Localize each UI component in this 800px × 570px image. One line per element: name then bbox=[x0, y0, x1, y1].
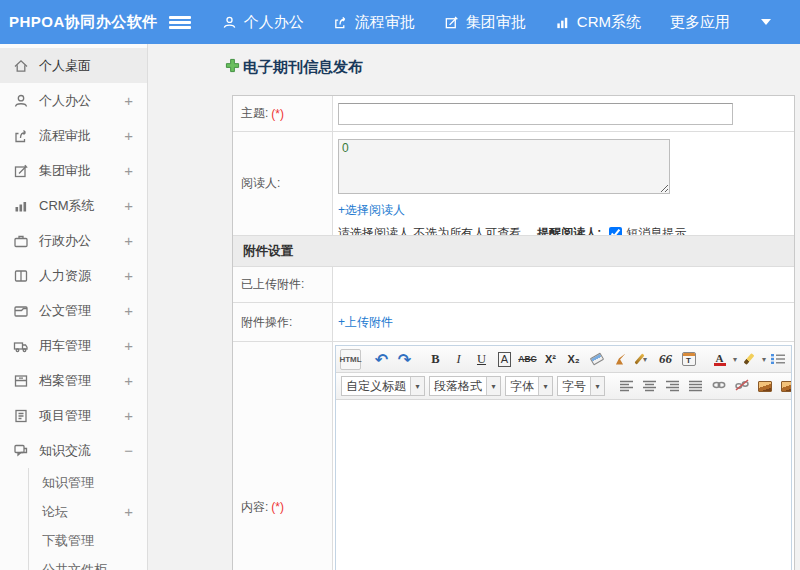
sidebar-subitem-download-management[interactable]: 下载管理 bbox=[29, 526, 147, 555]
collapse-toggle[interactable]: − bbox=[120, 442, 137, 459]
insert-date-button[interactable]: T bbox=[678, 349, 699, 370]
more-apps-dropdown[interactable] bbox=[759, 19, 771, 25]
superscript-button[interactable]: X² bbox=[540, 349, 561, 370]
expand-toggle[interactable]: + bbox=[120, 162, 137, 179]
select-readers-link[interactable]: +选择阅读人 bbox=[338, 202, 405, 219]
chat-icon bbox=[13, 443, 30, 459]
font-color-button[interactable]: A bbox=[709, 349, 730, 370]
strikethrough-button[interactable]: ABC bbox=[517, 349, 538, 370]
sidebar-item-human-resources[interactable]: 人力资源 + bbox=[0, 258, 147, 293]
insert-link-button[interactable] bbox=[708, 376, 729, 397]
align-left-icon bbox=[620, 380, 633, 392]
dropdown-caret-icon: ▾ bbox=[486, 377, 500, 395]
sidebar-subitem-public-file-cabinet[interactable]: 公共文件柜 bbox=[29, 555, 147, 570]
dropdown-caret-icon: ▾ bbox=[733, 355, 737, 364]
uploaded-attachments-label: 已上传附件: bbox=[241, 276, 304, 293]
expand-toggle[interactable]: + bbox=[120, 127, 137, 144]
book-icon bbox=[13, 268, 30, 284]
sidebar-item-knowledge-exchange[interactable]: 知识交流 − bbox=[0, 433, 147, 468]
sidebar-item-vehicle-management[interactable]: 用车管理 + bbox=[0, 328, 147, 363]
expand-toggle[interactable]: + bbox=[120, 232, 137, 249]
expand-toggle[interactable]: + bbox=[120, 372, 137, 389]
nav-label: CRM系统 bbox=[577, 13, 641, 32]
expand-toggle[interactable]: + bbox=[120, 197, 137, 214]
upload-attachment-link[interactable]: +上传附件 bbox=[338, 314, 393, 331]
italic-button[interactable]: I bbox=[448, 349, 469, 370]
sidebar-item-admin-office[interactable]: 行政办公 + bbox=[0, 223, 147, 258]
undo-button[interactable]: ↶ bbox=[371, 349, 392, 370]
bold-button[interactable]: B bbox=[425, 349, 446, 370]
sidebar-subitem-forum[interactable]: 论坛 + bbox=[29, 497, 147, 526]
app-brand: PHPOA协同办公软件 bbox=[0, 13, 169, 32]
nav-group-approval[interactable]: 集团审批 bbox=[444, 13, 526, 32]
sidebar-item-label: 档案管理 bbox=[39, 372, 120, 390]
readers-row: 阅读人: 0 +选择阅读人 请选择阅读人,不选为所有人可查看 提醒阅读人: 短消… bbox=[233, 132, 794, 236]
custom-title-select[interactable]: 自定义标题 ▾ bbox=[341, 376, 425, 396]
underline-button[interactable]: U bbox=[471, 349, 492, 370]
nav-workflow-approval[interactable]: 流程审批 bbox=[333, 13, 415, 32]
insert-image-online-button[interactable] bbox=[777, 376, 791, 397]
sms-remind-checkbox[interactable] bbox=[609, 227, 622, 235]
menu-toggle[interactable] bbox=[169, 16, 188, 29]
readers-textarea[interactable]: 0 bbox=[338, 139, 670, 194]
blockquote-button[interactable]: 66 bbox=[655, 349, 676, 370]
subject-row: 主题: (*) bbox=[233, 96, 794, 132]
sidebar-item-group-approval[interactable]: 集团审批 + bbox=[0, 153, 147, 188]
redo-icon: ↷ bbox=[398, 350, 411, 369]
subscript-button[interactable]: X₂ bbox=[563, 349, 584, 370]
font-border-button[interactable]: A bbox=[494, 349, 515, 370]
sidebar-item-label: 行政办公 bbox=[39, 232, 120, 250]
nav-personal-office[interactable]: 个人办公 bbox=[222, 13, 304, 32]
expand-toggle[interactable]: + bbox=[120, 337, 137, 354]
brush-icon bbox=[614, 354, 626, 365]
sidebar-subitem-knowledge-management[interactable]: 知识管理 bbox=[29, 468, 147, 497]
sidebar-item-workflow-approval[interactable]: 流程审批 + bbox=[0, 118, 147, 153]
insert-image-button[interactable] bbox=[754, 376, 775, 397]
html-source-button[interactable]: HTML bbox=[340, 349, 361, 370]
sidebar-item-label: 用车管理 bbox=[39, 337, 120, 355]
edit-icon bbox=[13, 163, 30, 179]
paragraph-format-select[interactable]: 段落格式 ▾ bbox=[429, 376, 501, 396]
highlight-color-button[interactable] bbox=[738, 349, 759, 370]
nav-label: 集团审批 bbox=[466, 13, 526, 32]
sidebar-item-personal-desktop[interactable]: 个人桌面 bbox=[0, 48, 147, 83]
expand-toggle[interactable]: + bbox=[120, 407, 137, 424]
nav-more-apps[interactable]: 更多应用 bbox=[670, 13, 730, 32]
expand-toggle[interactable]: + bbox=[120, 92, 137, 109]
remove-link-button[interactable] bbox=[731, 376, 752, 397]
ordered-list-icon bbox=[771, 353, 785, 365]
sidebar-item-personal-office[interactable]: 个人办公 + bbox=[0, 83, 147, 118]
sidebar-subitem-label: 论坛 bbox=[42, 503, 120, 521]
align-right-button[interactable] bbox=[662, 376, 683, 397]
align-center-button[interactable] bbox=[639, 376, 660, 397]
folder-icon bbox=[13, 303, 30, 319]
sidebar-item-label: 知识交流 bbox=[39, 442, 120, 460]
expand-toggle[interactable]: + bbox=[120, 503, 137, 520]
subject-input[interactable] bbox=[338, 103, 733, 125]
remove-format-button[interactable] bbox=[586, 349, 607, 370]
redo-button[interactable]: ↷ bbox=[394, 349, 415, 370]
select-value: 自定义标题 bbox=[342, 378, 410, 395]
sidebar-item-document-management[interactable]: 公文管理 + bbox=[0, 293, 147, 328]
align-justify-button[interactable] bbox=[685, 376, 706, 397]
attachment-op-label-cell: 附件操作: bbox=[233, 303, 333, 341]
format-brush-button[interactable] bbox=[609, 349, 630, 370]
app-header: PHPOA协同办公软件 个人办公 流程审批 集团审批 CRM系统 bbox=[0, 0, 800, 44]
sidebar-item-project-management[interactable]: 项目管理 + bbox=[0, 398, 147, 433]
ordered-list-button[interactable] bbox=[767, 349, 788, 370]
expand-toggle[interactable]: + bbox=[120, 302, 137, 319]
auto-typeset-button[interactable]: ▾ bbox=[632, 349, 653, 370]
font-size-select[interactable]: 字号 ▾ bbox=[557, 376, 605, 396]
sidebar-item-label: 个人桌面 bbox=[39, 57, 129, 75]
align-left-button[interactable] bbox=[616, 376, 637, 397]
edit-icon bbox=[444, 15, 459, 30]
sidebar-item-archive-management[interactable]: 档案管理 + bbox=[0, 363, 147, 398]
sidebar-item-crm-system[interactable]: CRM系统 + bbox=[0, 188, 147, 223]
font-family-select[interactable]: 字体 ▾ bbox=[505, 376, 553, 396]
nav-label: 流程审批 bbox=[355, 13, 415, 32]
nav-crm-system[interactable]: CRM系统 bbox=[555, 13, 641, 32]
subject-label: 主题: bbox=[241, 105, 268, 122]
editor-content-area[interactable] bbox=[336, 400, 791, 570]
attachment-section-title: 附件设置 bbox=[243, 243, 293, 260]
expand-toggle[interactable]: + bbox=[120, 267, 137, 284]
